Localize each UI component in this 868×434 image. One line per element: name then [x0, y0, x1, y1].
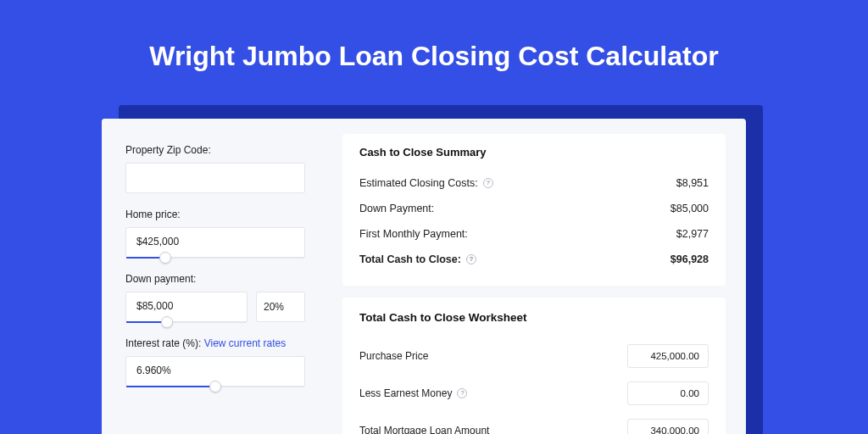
- worksheet-label: Purchase Price: [359, 350, 428, 362]
- summary-value: $85,000: [670, 203, 709, 214]
- results-pane: Cash to Close Summary Estimated Closing …: [322, 119, 746, 434]
- info-icon[interactable]: ?: [457, 388, 467, 398]
- down-payment-label: Down payment:: [125, 273, 305, 285]
- summary-label: Down Payment:: [359, 203, 434, 214]
- down-payment-field: Down payment:: [125, 273, 305, 322]
- page-title: Wright Jumbo Loan Closing Cost Calculato…: [0, 0, 868, 96]
- summary-label: First Monthly Payment:: [359, 228, 468, 240]
- rate-slider[interactable]: [126, 386, 304, 387]
- rate-slider-wrap: [125, 356, 305, 387]
- inputs-pane: Property Zip Code: Home price: Down paym…: [102, 119, 322, 434]
- worksheet-label: Total Mortgage Loan Amount: [359, 425, 489, 434]
- worksheet-row: Total Mortgage Loan Amount: [359, 412, 709, 434]
- summary-row: Estimated Closing Costs: ? $8,951: [359, 170, 709, 196]
- zip-input[interactable]: [125, 163, 305, 193]
- summary-total-value: $96,928: [670, 253, 709, 265]
- summary-row: Down Payment: $85,000: [359, 196, 709, 221]
- worksheet-label: Less Earnest Money: [359, 387, 452, 399]
- info-icon[interactable]: ?: [483, 178, 493, 188]
- home-price-input[interactable]: [125, 227, 305, 258]
- calculator-card: Property Zip Code: Home price: Down paym…: [102, 119, 746, 434]
- slider-thumb[interactable]: [159, 252, 171, 264]
- summary-total-label: Total Cash to Close:: [359, 253, 461, 265]
- worksheet-row: Purchase Price: [359, 337, 709, 375]
- slider-thumb[interactable]: [209, 381, 221, 392]
- home-price-label: Home price:: [125, 209, 305, 220]
- summary-row: First Monthly Payment: $2,977: [359, 221, 709, 247]
- worksheet-input[interactable]: [627, 419, 709, 434]
- view-rates-link[interactable]: View current rates: [204, 337, 287, 349]
- summary-total-row: Total Cash to Close: ? $96,928: [359, 247, 709, 272]
- home-price-slider-wrap: [125, 227, 305, 258]
- home-price-field: Home price:: [125, 209, 305, 258]
- zip-label: Property Zip Code:: [125, 144, 305, 156]
- slider-thumb[interactable]: [161, 316, 173, 328]
- worksheet-row: Less Earnest Money ?: [359, 375, 709, 412]
- rate-label-text: Interest rate (%):: [125, 337, 204, 349]
- zip-field: Property Zip Code:: [125, 144, 305, 193]
- summary-card: Cash to Close Summary Estimated Closing …: [342, 134, 726, 286]
- summary-label: Estimated Closing Costs:: [359, 177, 478, 189]
- down-payment-slider[interactable]: [126, 321, 247, 323]
- rate-field: Interest rate (%): View current rates: [125, 337, 305, 387]
- rate-label: Interest rate (%): View current rates: [125, 337, 305, 349]
- summary-value: $2,977: [676, 228, 709, 240]
- worksheet-title: Total Cash to Close Worksheet: [359, 311, 709, 324]
- down-payment-pct-input[interactable]: [256, 292, 305, 322]
- worksheet-input[interactable]: [627, 344, 709, 368]
- down-payment-slider-wrap: [125, 292, 248, 322]
- summary-title: Cash to Close Summary: [359, 146, 709, 159]
- down-payment-input[interactable]: [125, 292, 248, 322]
- worksheet-card: Total Cash to Close Worksheet Purchase P…: [342, 298, 726, 434]
- summary-value: $8,951: [676, 177, 709, 189]
- home-price-slider[interactable]: [126, 257, 304, 259]
- info-icon[interactable]: ?: [466, 254, 476, 264]
- worksheet-input[interactable]: [627, 381, 709, 405]
